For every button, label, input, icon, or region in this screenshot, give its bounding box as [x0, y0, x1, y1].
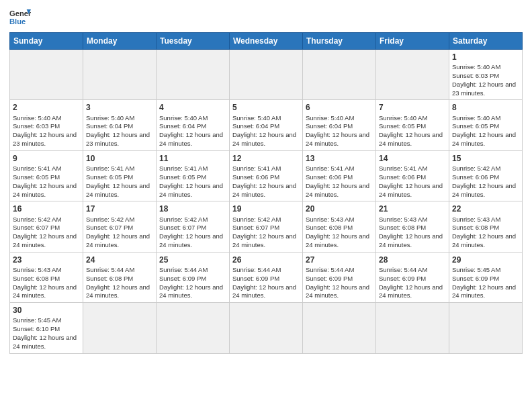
day-number: 5 — [232, 102, 300, 113]
day-info: Sunrise: 5:42 AMSunset: 6:07 PMDaylight:… — [159, 216, 223, 248]
day-info: Sunrise: 5:41 AMSunset: 6:06 PMDaylight:… — [379, 165, 443, 197]
calendar-cell: 2Sunrise: 5:40 AMSunset: 6:03 PMDaylight… — [10, 100, 83, 150]
day-number: 11 — [159, 153, 226, 164]
day-number: 30 — [13, 305, 80, 316]
day-number: 22 — [452, 203, 519, 214]
day-header-wednesday: Wednesday — [230, 33, 303, 50]
page: General Blue SundayMondayTuesdayWednesda… — [0, 0, 532, 361]
calendar-cell: 4Sunrise: 5:40 AMSunset: 6:04 PMDaylight… — [157, 100, 230, 150]
day-number: 1 — [452, 52, 519, 62]
day-info: Sunrise: 5:44 AMSunset: 6:09 PMDaylight:… — [306, 266, 369, 299]
calendar-cell: 20Sunrise: 5:43 AMSunset: 6:08 PMDayligh… — [303, 201, 376, 252]
calendar-cell — [303, 303, 376, 353]
day-info: Sunrise: 5:42 AMSunset: 6:07 PMDaylight:… — [86, 216, 150, 248]
calendar-cell: 15Sunrise: 5:42 AMSunset: 6:06 PMDayligh… — [449, 150, 523, 201]
calendar-cell: 18Sunrise: 5:42 AMSunset: 6:07 PMDayligh… — [157, 201, 230, 252]
day-number: 27 — [306, 255, 373, 265]
calendar-cell: 12Sunrise: 5:41 AMSunset: 6:06 PMDayligh… — [230, 150, 303, 201]
calendar-cell: 28Sunrise: 5:44 AMSunset: 6:09 PMDayligh… — [376, 252, 449, 302]
day-info: Sunrise: 5:43 AMSunset: 6:08 PMDaylight:… — [452, 216, 516, 248]
calendar-cell: 27Sunrise: 5:44 AMSunset: 6:09 PMDayligh… — [303, 252, 376, 302]
calendar-cell — [376, 303, 449, 353]
calendar-table: SundayMondayTuesdayWednesdayThursdayFrid… — [9, 32, 523, 354]
calendar-cell: 21Sunrise: 5:43 AMSunset: 6:08 PMDayligh… — [376, 201, 449, 252]
calendar-cell: 26Sunrise: 5:44 AMSunset: 6:09 PMDayligh… — [230, 252, 303, 302]
calendar-cell — [303, 50, 376, 100]
day-header-thursday: Thursday — [303, 33, 376, 50]
day-number: 23 — [13, 255, 80, 265]
day-number: 4 — [159, 102, 226, 113]
day-info: Sunrise: 5:43 AMSunset: 6:08 PMDaylight:… — [13, 266, 77, 299]
week-row-3: 16Sunrise: 5:42 AMSunset: 6:07 PMDayligh… — [10, 201, 523, 252]
day-number: 2 — [13, 102, 80, 113]
day-number: 8 — [452, 102, 519, 113]
day-info: Sunrise: 5:40 AMSunset: 6:04 PMDaylight:… — [306, 114, 369, 147]
calendar-cell: 24Sunrise: 5:44 AMSunset: 6:08 PMDayligh… — [83, 252, 157, 302]
day-info: Sunrise: 5:41 AMSunset: 6:06 PMDaylight:… — [306, 165, 369, 197]
calendar-cell: 8Sunrise: 5:40 AMSunset: 6:05 PMDaylight… — [449, 100, 523, 150]
day-number: 10 — [86, 153, 153, 164]
calendar-cell: 16Sunrise: 5:42 AMSunset: 6:07 PMDayligh… — [10, 201, 83, 252]
calendar-cell: 22Sunrise: 5:43 AMSunset: 6:08 PMDayligh… — [449, 201, 523, 252]
calendar-cell — [83, 303, 157, 353]
calendar-cell: 19Sunrise: 5:42 AMSunset: 6:07 PMDayligh… — [230, 201, 303, 252]
day-info: Sunrise: 5:41 AMSunset: 6:05 PMDaylight:… — [86, 165, 150, 197]
calendar-cell — [230, 50, 303, 100]
calendar-cell: 6Sunrise: 5:40 AMSunset: 6:04 PMDaylight… — [303, 100, 376, 150]
day-header-saturday: Saturday — [449, 33, 523, 50]
calendar-cell — [449, 303, 523, 353]
week-row-2: 9Sunrise: 5:41 AMSunset: 6:05 PMDaylight… — [10, 150, 523, 201]
day-info: Sunrise: 5:42 AMSunset: 6:07 PMDaylight:… — [13, 216, 77, 248]
week-row-5: 30Sunrise: 5:45 AMSunset: 6:10 PMDayligh… — [10, 303, 523, 353]
day-number: 19 — [232, 203, 300, 214]
day-info: Sunrise: 5:41 AMSunset: 6:05 PMDaylight:… — [13, 165, 77, 197]
day-info: Sunrise: 5:41 AMSunset: 6:06 PMDaylight:… — [232, 165, 296, 197]
calendar-cell — [230, 303, 303, 353]
day-info: Sunrise: 5:42 AMSunset: 6:06 PMDaylight:… — [452, 165, 516, 197]
header-row: SundayMondayTuesdayWednesdayThursdayFrid… — [10, 33, 523, 50]
calendar-cell: 9Sunrise: 5:41 AMSunset: 6:05 PMDaylight… — [10, 150, 83, 201]
calendar-cell — [157, 303, 230, 353]
day-number: 12 — [232, 153, 300, 164]
week-row-4: 23Sunrise: 5:43 AMSunset: 6:08 PMDayligh… — [10, 252, 523, 302]
header: General Blue — [9, 7, 523, 28]
week-row-1: 2Sunrise: 5:40 AMSunset: 6:03 PMDaylight… — [10, 100, 523, 150]
calendar-cell: 11Sunrise: 5:41 AMSunset: 6:05 PMDayligh… — [157, 150, 230, 201]
day-info: Sunrise: 5:41 AMSunset: 6:05 PMDaylight:… — [159, 165, 223, 197]
day-info: Sunrise: 5:40 AMSunset: 6:03 PMDaylight:… — [13, 114, 77, 147]
day-number: 13 — [306, 153, 373, 164]
day-number: 21 — [379, 203, 446, 214]
day-info: Sunrise: 5:45 AMSunset: 6:09 PMDaylight:… — [452, 266, 516, 299]
day-info: Sunrise: 5:43 AMSunset: 6:08 PMDaylight:… — [379, 216, 443, 248]
day-info: Sunrise: 5:42 AMSunset: 6:07 PMDaylight:… — [232, 216, 296, 248]
day-number: 6 — [306, 102, 373, 113]
day-number: 17 — [86, 203, 153, 214]
day-info: Sunrise: 5:45 AMSunset: 6:10 PMDaylight:… — [13, 316, 77, 349]
day-info: Sunrise: 5:43 AMSunset: 6:08 PMDaylight:… — [306, 216, 369, 248]
calendar-cell: 14Sunrise: 5:41 AMSunset: 6:06 PMDayligh… — [376, 150, 449, 201]
day-number: 14 — [379, 153, 446, 164]
calendar-cell — [157, 50, 230, 100]
calendar-cell: 17Sunrise: 5:42 AMSunset: 6:07 PMDayligh… — [83, 201, 157, 252]
day-number: 28 — [379, 255, 446, 265]
calendar-cell: 7Sunrise: 5:40 AMSunset: 6:05 PMDaylight… — [376, 100, 449, 150]
day-info: Sunrise: 5:40 AMSunset: 6:04 PMDaylight:… — [159, 114, 223, 147]
day-header-tuesday: Tuesday — [157, 33, 230, 50]
calendar-cell: 13Sunrise: 5:41 AMSunset: 6:06 PMDayligh… — [303, 150, 376, 201]
calendar-cell: 1Sunrise: 5:40 AMSunset: 6:03 PMDaylight… — [449, 50, 523, 100]
day-info: Sunrise: 5:44 AMSunset: 6:08 PMDaylight:… — [86, 266, 150, 299]
calendar-cell — [376, 50, 449, 100]
week-row-0: 1Sunrise: 5:40 AMSunset: 6:03 PMDaylight… — [10, 50, 523, 100]
day-number: 9 — [13, 153, 80, 164]
day-number: 24 — [86, 255, 153, 265]
calendar-cell: 25Sunrise: 5:44 AMSunset: 6:09 PMDayligh… — [157, 252, 230, 302]
logo: General Blue — [9, 7, 31, 28]
day-info: Sunrise: 5:44 AMSunset: 6:09 PMDaylight:… — [232, 266, 296, 299]
calendar-cell: 5Sunrise: 5:40 AMSunset: 6:04 PMDaylight… — [230, 100, 303, 150]
calendar-cell — [83, 50, 157, 100]
day-info: Sunrise: 5:44 AMSunset: 6:09 PMDaylight:… — [159, 266, 223, 299]
calendar-cell: 23Sunrise: 5:43 AMSunset: 6:08 PMDayligh… — [10, 252, 83, 302]
day-info: Sunrise: 5:40 AMSunset: 6:04 PMDaylight:… — [86, 114, 150, 147]
logo-icon: General Blue — [9, 7, 31, 28]
day-number: 16 — [13, 203, 80, 214]
